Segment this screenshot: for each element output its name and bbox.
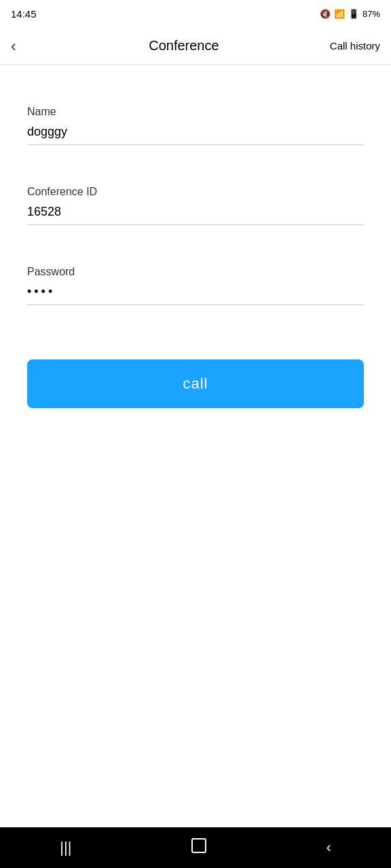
back-nav-icon[interactable]: ‹	[326, 839, 331, 856]
status-icons: 🔇 📶 📱 87%	[320, 9, 380, 19]
conference-id-label: Conference ID	[27, 186, 364, 198]
battery-text: 87%	[362, 9, 380, 19]
call-history-button[interactable]: Call history	[330, 40, 380, 52]
name-label: Name	[27, 106, 364, 118]
password-label: Password	[27, 266, 364, 278]
back-button[interactable]: ‹	[11, 37, 38, 56]
page-title: Conference	[38, 38, 330, 54]
call-button[interactable]: call	[27, 359, 364, 408]
bottom-nav-bar: ||| ‹	[0, 827, 391, 868]
conference-id-value[interactable]: 16528	[27, 205, 364, 225]
mute-icon: 🔇	[320, 9, 331, 19]
password-value[interactable]: ••••	[27, 285, 364, 305]
conference-id-field: Conference ID 16528	[27, 186, 364, 225]
home-icon[interactable]	[191, 838, 206, 857]
recent-apps-icon[interactable]: |||	[60, 839, 71, 856]
status-bar: 14:45 🔇 📶 📱 87%	[0, 0, 391, 27]
name-field: Name dogggy	[27, 106, 364, 145]
password-field: Password ••••	[27, 266, 364, 305]
status-time: 14:45	[11, 8, 37, 20]
content-area: Name dogggy Conference ID 16528 Password…	[0, 65, 391, 827]
call-button-container: call	[27, 359, 364, 408]
wifi-icon: 📶	[334, 9, 345, 19]
header: ‹ Conference Call history	[0, 27, 391, 65]
home-rect-icon[interactable]	[191, 838, 206, 853]
signal-icon: 📱	[348, 9, 359, 19]
name-value[interactable]: dogggy	[27, 125, 364, 145]
